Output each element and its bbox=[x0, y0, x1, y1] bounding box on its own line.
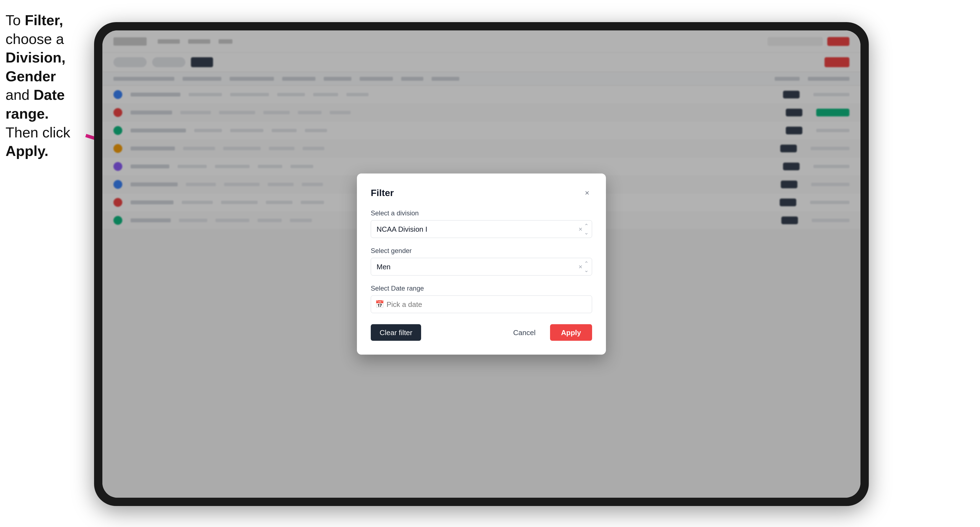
gender-form-group: Select gender Men × ⌃⌄ bbox=[371, 247, 592, 276]
date-form-group: Select Date range 📅 bbox=[371, 284, 592, 313]
instruction-bold4: Apply. bbox=[6, 143, 48, 159]
division-clear-icon[interactable]: × bbox=[579, 225, 582, 233]
instruction-line1: To Filter, choose a bbox=[6, 12, 64, 47]
date-input-wrapper: 📅 bbox=[371, 295, 592, 313]
modal-title: Filter bbox=[371, 187, 394, 198]
instruction-bold2: Division, Gender bbox=[6, 49, 65, 84]
cancel-button[interactable]: Cancel bbox=[504, 324, 544, 341]
gender-clear-icon[interactable]: × bbox=[579, 263, 582, 271]
division-select-wrapper: NCAA Division I × ⌃⌄ bbox=[371, 221, 592, 238]
modal-close-button[interactable]: × bbox=[582, 188, 592, 198]
modal-footer: Clear filter Cancel Apply bbox=[371, 324, 592, 341]
gender-label: Select gender bbox=[371, 247, 592, 255]
tablet-frame: Filter × Select a division NCAA Division… bbox=[94, 22, 869, 506]
instruction-line3: and Date range. bbox=[6, 87, 65, 122]
division-select[interactable]: NCAA Division I bbox=[371, 221, 592, 238]
clear-filter-button[interactable]: Clear filter bbox=[371, 324, 421, 341]
instruction-bold3: Date range. bbox=[6, 87, 65, 122]
gender-select[interactable]: Men bbox=[371, 258, 592, 276]
modal-header: Filter × bbox=[371, 187, 592, 198]
tablet-screen: Filter × Select a division NCAA Division… bbox=[102, 30, 861, 498]
apply-button[interactable]: Apply bbox=[550, 324, 592, 341]
date-range-input[interactable] bbox=[371, 295, 592, 313]
filter-modal: Filter × Select a division NCAA Division… bbox=[357, 174, 606, 355]
division-form-group: Select a division NCAA Division I × ⌃⌄ bbox=[371, 209, 592, 238]
instruction-line4: Then click Apply. bbox=[6, 124, 70, 159]
instruction-bold1: Filter, bbox=[25, 12, 63, 28]
date-label: Select Date range bbox=[371, 284, 592, 292]
gender-select-wrapper: Men × ⌃⌄ bbox=[371, 258, 592, 276]
modal-footer-right: Cancel Apply bbox=[504, 324, 592, 341]
instruction-text: To Filter, choose a Division, Gender and… bbox=[6, 11, 94, 160]
division-label: Select a division bbox=[371, 209, 592, 217]
